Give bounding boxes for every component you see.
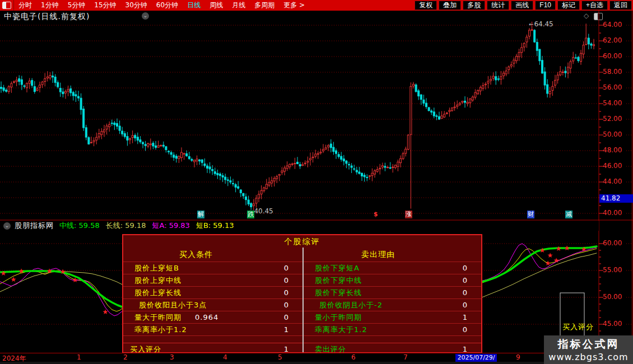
price-axis-label: 62.00 <box>603 36 622 44</box>
sell-score-row: 卖出评分1 <box>304 343 481 353</box>
tab-period-1min[interactable]: 1分钟 <box>36 1 63 10</box>
price-axis-label: 46.00 <box>603 162 622 170</box>
highlighted-date-label: 2025/07/29/二 <box>455 354 497 362</box>
bottom-clipped-row <box>0 362 633 364</box>
high-price-label: 64.45 <box>529 20 553 28</box>
event-marker-跌[interactable]: 跌 <box>247 211 254 218</box>
indicator-axis-label: 60.00 <box>603 239 622 247</box>
month-label: 4 <box>223 353 227 361</box>
indicator-axis-label: 55.00 <box>603 266 622 274</box>
buy-row: 股价收阳且小于3点0 <box>123 298 302 311</box>
month-label: 5 <box>278 353 282 361</box>
tab-period-fenshi[interactable]: 分时 <box>14 1 36 10</box>
tab-period-60min[interactable]: 60分钟 <box>152 1 183 10</box>
tab-period-multi[interactable]: 多周期 <box>250 1 279 10</box>
sell-row: 股价下穿中线0 <box>304 274 481 286</box>
overlay-button[interactable]: 叠加 <box>439 1 461 10</box>
month-label: 7 <box>403 353 408 361</box>
price-axis-label: 60.00 <box>603 52 622 60</box>
month-label: 1 <box>77 353 81 361</box>
draw-line-button[interactable]: 画线 <box>511 1 533 10</box>
add-favorite-button[interactable]: +自选 <box>581 1 608 10</box>
multi-stock-button[interactable]: 多股 <box>463 1 485 10</box>
sell-row: 股价收阴且小于-20 <box>304 298 481 311</box>
tab-period-15min[interactable]: 15分钟 <box>90 1 120 10</box>
tab-period-monthly[interactable]: 月线 <box>227 1 250 10</box>
indicator-name: 股朋指标网 <box>15 221 54 231</box>
month-label: 2 <box>123 353 128 361</box>
watermark-url: www.zbgs3.com <box>544 352 633 362</box>
f10-button[interactable]: F10 <box>535 1 556 10</box>
stock-title: 中瓷电子(日线.前复权) <box>4 12 90 22</box>
fuquan-button[interactable]: 复权 <box>415 1 437 10</box>
toolbar-right-buttons: 复权 叠加 多股 统计 画线 F10 标记 +自选 返回 <box>413 1 633 10</box>
statistics-button[interactable]: 统计 <box>487 1 509 10</box>
indicator-value-midline: 中线: 59.58 <box>59 221 100 231</box>
month-label: 3 <box>170 353 174 361</box>
window-layout-button[interactable] <box>0 0 14 11</box>
event-marker-$[interactable]: $ <box>372 211 379 218</box>
tab-period-5min[interactable]: 5分钟 <box>63 1 90 10</box>
indicator-axis-label: 50.00 <box>603 293 622 301</box>
watermark-name: 指标公式网 <box>544 337 633 352</box>
sell-row: 股价下穿长线0 <box>304 286 481 298</box>
price-axis-label: 50.00 <box>603 130 622 138</box>
tab-period-more[interactable]: 更多 > <box>279 1 309 10</box>
buy-row: 股价上穿短B0 <box>123 262 302 274</box>
price-axis-label: 64.00 <box>603 21 622 29</box>
panel-toggle-icon[interactable] <box>594 13 603 20</box>
indicator-value-shortA: 短A: 59.83 <box>152 221 189 231</box>
buy-conditions-header: 买入条件 <box>123 248 302 262</box>
month-label: 6 <box>351 353 356 361</box>
period-toolbar: 分时 1分钟 5分钟 15分钟 30分钟 60分钟 日线 周线 月线 多周期 更… <box>0 0 633 11</box>
sell-row: 量小于昨同期1 <box>304 311 481 323</box>
table-title: 个股综评 <box>123 235 481 248</box>
price-axis-label: 56.00 <box>603 83 622 91</box>
sell-row: 股价下穿短A0 <box>304 262 481 274</box>
sell-row: 乖离率大于1.20 <box>304 323 481 336</box>
price-axis-label: 48.00 <box>603 146 622 154</box>
event-marker-涨[interactable]: 涨 <box>405 211 412 218</box>
time-axis: 2024年 2025/07/29/二 <box>0 353 633 362</box>
indicator-value-shortB: 短B: 59.13 <box>196 221 234 231</box>
buy-row: 量大于昨同期0.9640 <box>123 311 302 323</box>
tab-period-30min[interactable]: 30分钟 <box>121 1 152 10</box>
buy-row: 股价上穿长线0 <box>123 286 302 298</box>
event-marker-财[interactable]: 财 <box>527 211 534 218</box>
buy-score-bar-label: 买入评分 <box>562 322 594 332</box>
indicator-value-longline: 长线: 59.18 <box>106 221 146 231</box>
price-axis-label: 58.00 <box>603 68 622 76</box>
indicator-axis-label: 45.00 <box>603 320 622 328</box>
tab-period-daily[interactable]: 日线 <box>183 1 205 10</box>
sell-reasons-header: 卖出理由 <box>304 248 481 262</box>
chevron-down-icon[interactable]: ⌄ <box>142 12 149 20</box>
event-marker-减[interactable]: 减 <box>565 211 573 218</box>
tab-period-weekly[interactable]: 周线 <box>205 1 227 10</box>
last-price-badge: 41.82 <box>599 194 633 203</box>
buy-score-row: 买入评分1 <box>123 343 302 353</box>
collapse-chevron-icon[interactable]: ⌄ <box>3 222 11 230</box>
buy-row: 股价上穿中线0 <box>123 274 302 286</box>
main-candlestick-area[interactable] <box>0 21 599 220</box>
buy-conditions-column: 买入条件 股价上穿短B0 股价上穿中线0 股价上穿长线0 股价收阳且小于3点0 … <box>123 248 302 352</box>
price-axis-label: 54.00 <box>603 99 622 107</box>
buy-row: 乖离率小于1.21 <box>123 323 302 336</box>
indicator-header: ⌄ 股朋指标网 中线: 59.58 长线: 59.18 短A: 59.83 短B… <box>0 221 599 231</box>
event-marker-解[interactable]: 解 <box>197 211 204 218</box>
price-axis-label: 40.00 <box>603 209 622 217</box>
mark-button[interactable]: 标记 <box>557 1 580 10</box>
stock-evaluation-table: 个股综评 买入条件 股价上穿短B0 股价上穿中线0 股价上穿长线0 股价收阳且小… <box>122 234 482 353</box>
price-axis-label: 44.00 <box>603 178 622 185</box>
price-axis-label: 52.00 <box>603 115 622 123</box>
month-label: 9 <box>516 353 520 361</box>
stock-trading-app: 分时 1分钟 5分钟 15分钟 30分钟 60分钟 日线 周线 月线 多周期 更… <box>0 0 633 364</box>
back-button[interactable]: 返回 <box>609 1 632 10</box>
diamond-icon: ◇ <box>584 12 589 20</box>
panel-toggle-icon <box>2 2 11 9</box>
sell-reasons-column: 卖出理由 股价下穿短A0 股价下穿中线0 股价下穿长线0 股价收阴且小于-20 … <box>304 248 481 352</box>
site-watermark: 指标公式网 www.zbgs3.com <box>544 335 633 364</box>
